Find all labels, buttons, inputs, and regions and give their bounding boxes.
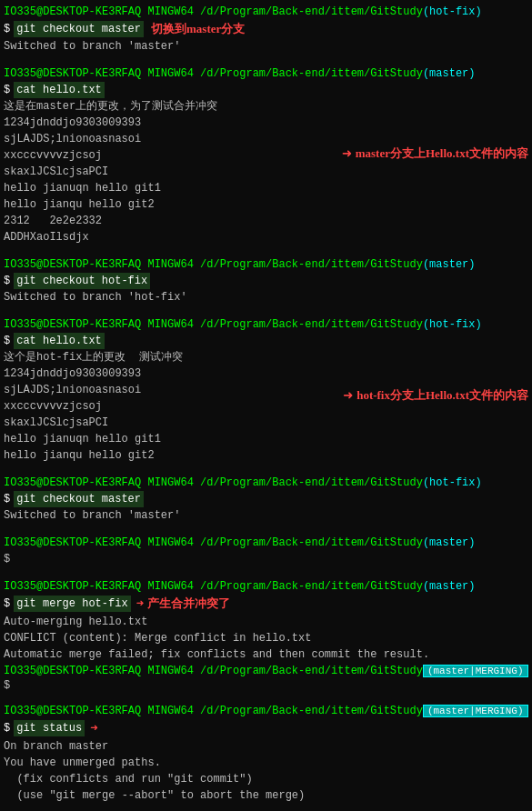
dollar-5: $ [4,491,10,507]
arrow-4: ➜ [343,385,353,406]
annotation-container-2: ➜ master分支上Hello.txt文件的内容 [342,144,528,164]
dollar-1: $ [4,21,10,37]
out-4-5: skaxlJCSlcjsaPCI [4,415,339,431]
prompt-1: IO335@DESKTOP-KE3RFAQ MINGW64 /d/Program… [4,4,528,20]
out-2-4: xxcccvvvvzjcsoj [4,147,338,164]
out-4-1: 这个是hot-fix上的更改 测试冲突 [4,349,339,365]
annotation-1: 切换到master分支 [151,20,245,38]
prompt-path-4: IO335@DESKTOP-KE3RFAQ MINGW64 /d/Program… [4,316,423,333]
prompt-path-5: IO335@DESKTOP-KE3RFAQ MINGW64 /d/Program… [4,475,423,491]
section-2: IO335@DESKTOP-KE3RFAQ MINGW64 /d/Program… [4,65,528,245]
prompt-path-2: IO335@DESKTOP-KE3RFAQ MINGW64 /d/Program… [4,65,423,82]
out-2-6: hello jianuqn hello git1 [4,180,338,196]
prompt-6: IO335@DESKTOP-KE3RFAQ MINGW64 /d/Program… [4,535,528,551]
out-7-2: CONFLICT (content): Merge conflict in he… [4,630,528,646]
cmd-line-3: $ git checkout hot-fix [4,273,528,289]
out-4-6: hello jianuqn hello git1 [4,431,339,447]
section-7: IO335@DESKTOP-KE3RFAQ MINGW64 /d/Program… [4,578,528,663]
prompt-3: IO335@DESKTOP-KE3RFAQ MINGW64 /d/Program… [4,256,528,273]
prompt-branch-2: (master) [423,65,476,82]
arrow-7: ➜ [136,595,144,614]
out-2-3: sjLAJDS;lnionoasnasoi [4,131,338,147]
out-7-1: Auto-merging hello.txt [4,614,528,630]
out-2-9: ADDHXaoIlsdjx [4,229,338,245]
out-2-7: hello jianqu hello git2 [4,196,338,213]
prompt-7: IO335@DESKTOP-KE3RFAQ MINGW64 /d/Program… [4,578,528,595]
cmd-line-5: $ git checkout master [4,491,528,507]
out-4-2: 1234jdnddjo9303009393 [4,365,339,382]
terminal: IO335@DESKTOP-KE3RFAQ MINGW64 /d/Program… [0,0,532,811]
annotation-7: 产生合并冲突了 [147,595,230,613]
prompt-5: IO335@DESKTOP-KE3RFAQ MINGW64 /d/Program… [4,475,528,491]
output-block-2: 这是在master上的更改，为了测试合并冲突 1234jdnddjo930300… [4,98,338,245]
prompt-8: IO335@DESKTOP-KE3RFAQ MINGW64 /d/Program… [4,705,528,717]
prompt-2: IO335@DESKTOP-KE3RFAQ MINGW64 /d/Program… [4,65,528,82]
arrow-9: ➜ [90,719,97,738]
dollar-7: $ [4,596,10,612]
output-7b: $ [4,677,528,694]
dollar-4: $ [4,333,10,349]
prompt-branch-5: (hot-fix) [423,475,482,491]
annotation-4: hot-fix分支上Hello.txt文件的内容 [356,387,528,404]
annotation-container-7: ➜ 产生合并冲突了 [136,595,230,614]
prompt-path-6: IO335@DESKTOP-KE3RFAQ MINGW64 /d/Program… [4,535,423,551]
cmd-text-9: git status [14,720,85,736]
arrow-2: ➜ [342,144,352,164]
dollar-3: $ [4,273,10,289]
cmd-text-7: git merge hot-fix [14,596,130,612]
prompt-4: IO335@DESKTOP-KE3RFAQ MINGW64 /d/Program… [4,316,528,333]
dollar-2: $ [4,82,10,98]
out-9-1: On branch master [4,738,528,755]
cmd-line-1: $ git checkout master 切换到master分支 [4,20,528,38]
output-5: Switched to branch 'master' [4,507,528,524]
cmd-text-2: cat hello.txt [14,82,105,98]
output-3: Switched to branch 'hot-fix' [4,289,528,305]
prompt-branch-7: (master) [423,578,476,595]
out-2-2: 1234jdnddjo9303009393 [4,115,338,131]
out-2-8: 2312 2e2e2332 [4,213,338,229]
out-7-3: Automatic merge failed; fix conflicts an… [4,646,528,663]
prompt-path-3: IO335@DESKTOP-KE3RFAQ MINGW64 /d/Program… [4,256,423,273]
prompt-branch-3: (master) [423,256,476,273]
output-1: Switched to branch 'master' [4,38,528,55]
output-6: $ [4,551,528,567]
section-5: IO335@DESKTOP-KE3RFAQ MINGW64 /d/Program… [4,475,528,524]
cmd-text-1: git checkout master [14,21,144,37]
out-9-4: (use "git merge --abort" to abort the me… [4,787,528,804]
output-block-4: 这个是hot-fix上的更改 测试冲突 1234jdnddjo930300939… [4,349,339,464]
cmd-text-5: git checkout master [14,491,144,507]
cmd-line-9: $ git status ➜ [4,719,528,738]
section-4: IO335@DESKTOP-KE3RFAQ MINGW64 /d/Program… [4,316,528,464]
out-4-3: sjLAJDS;lnionoasnasoi [4,382,339,398]
prompt-branch-6: (master) [423,535,476,551]
cmd-line-7: $ git merge hot-fix ➜ 产生合并冲突了 [4,595,528,614]
out-9-3: (fix conflicts and run "git commit") [4,771,528,787]
branch-badge-merging-1: (master|MERGING) [423,665,528,677]
annotation-container-9: ➜ [90,719,101,738]
section-1: IO335@DESKTOP-KE3RFAQ MINGW64 /d/Program… [4,4,528,55]
out-2-1: 这是在master上的更改，为了测试合并冲突 [4,98,338,115]
branch-badge-merging-2: (master|MERGING) [423,705,528,717]
annotation-2: master分支上Hello.txt文件的内容 [356,145,528,162]
prompt-path-7: IO335@DESKTOP-KE3RFAQ MINGW64 /d/Program… [4,578,423,595]
section-6: IO335@DESKTOP-KE3RFAQ MINGW64 /d/Program… [4,535,528,567]
cmd-line-2: $ cat hello.txt [4,82,528,98]
prompt-branch-4: (hot-fix) [423,316,482,333]
annotation-container-4: ➜ hot-fix分支上Hello.txt文件的内容 [343,385,528,406]
section-8: IO335@DESKTOP-KE3RFAQ MINGW64 /d/Program… [4,705,528,717]
cmd-line-4: $ cat hello.txt [4,333,528,349]
cmd-text-4: cat hello.txt [14,333,105,349]
out-2-5: skaxlJCSlcjsaPCI [4,164,338,180]
prompt-path-8: IO335@DESKTOP-KE3RFAQ MINGW64 /d/Program… [4,705,423,717]
prompt-path-1: IO335@DESKTOP-KE3RFAQ MINGW64 /d/Program… [4,4,423,20]
dollar-9: $ [4,720,10,736]
prompt-7b: IO335@DESKTOP-KE3RFAQ MINGW64 /d/Program… [4,665,528,677]
out-4-4: xxcccvvvvzjcsoj [4,398,339,415]
section-3: IO335@DESKTOP-KE3RFAQ MINGW64 /d/Program… [4,256,528,305]
section-9: $ git status ➜ On branch master You have… [4,719,528,812]
prompt-path-7b: IO335@DESKTOP-KE3RFAQ MINGW64 /d/Program… [4,665,423,677]
out-4-7: hello jianqu hello git2 [4,447,339,464]
cmd-text-3: git checkout hot-fix [14,273,150,289]
section-7b: IO335@DESKTOP-KE3RFAQ MINGW64 /d/Program… [4,665,528,694]
prompt-branch-1: (hot-fix) [423,4,482,20]
